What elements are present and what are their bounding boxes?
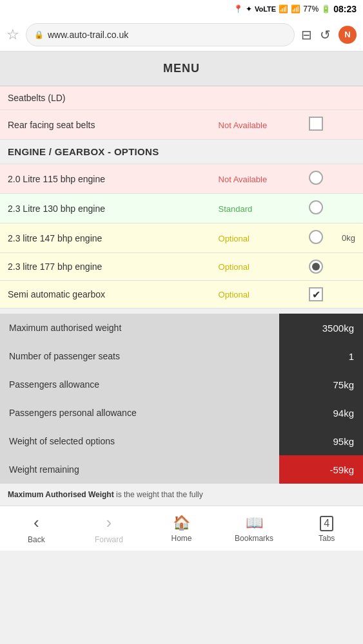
- row-status: [211, 86, 301, 110]
- summary-label: Number of passenger seats: [0, 342, 279, 370]
- status-badge: Standard: [219, 204, 253, 214]
- footnote-bold: Maximum Authorised Weight: [8, 490, 114, 499]
- row-control[interactable]: [301, 194, 331, 223]
- row-control[interactable]: [301, 110, 331, 140]
- options-table: Seatbelts (LD) Rear facing seat belts No…: [0, 86, 363, 308]
- row-label: Semi automatic gearbox: [0, 281, 211, 308]
- status-icons: 📍 ✦ VoLTE 📶 📶 77% 🔋 08:23: [233, 4, 357, 14]
- checkbox[interactable]: [309, 117, 323, 131]
- summary-label: Maximum authorised weight: [0, 314, 279, 342]
- nav-tabs[interactable]: 4 Tabs: [290, 514, 363, 543]
- forward-icon: ›: [106, 513, 112, 533]
- lock-icon: 🔒: [34, 30, 44, 39]
- status-badge: Optional: [219, 290, 250, 299]
- footnote: Maximum Authorised Weight is the weight …: [0, 484, 363, 506]
- status-badge: Optional: [219, 234, 250, 243]
- summary-row: Maximum authorised weight 3500kg: [0, 314, 363, 342]
- nav-home-label: Home: [171, 534, 191, 543]
- url-bar[interactable]: 🔒 www.auto-trail.co.uk: [26, 23, 295, 46]
- table-row: Rear facing seat belts Not Available: [0, 110, 363, 140]
- table-row: 2.3 litre 177 bhp engine Optional: [0, 253, 363, 281]
- row-weight: [331, 253, 363, 281]
- url-text: www.auto-trail.co.uk: [48, 30, 128, 40]
- status-badge: Not Available: [219, 120, 268, 130]
- nav-bookmarks-label: Bookmarks: [235, 534, 273, 543]
- summary-table: Maximum authorised weight 3500kg Number …: [0, 314, 363, 484]
- table-row: Seatbelts (LD): [0, 86, 363, 110]
- row-status: Optional: [211, 281, 301, 308]
- summary-row: Weight of selected options 95kg: [0, 427, 363, 455]
- nav-forward[interactable]: › Forward: [73, 513, 146, 544]
- row-control[interactable]: ✔: [301, 281, 331, 308]
- bookmarks-icon: 📖: [246, 515, 263, 531]
- wifi-icon: 📶: [279, 5, 288, 14]
- clock: 08:23: [333, 4, 357, 14]
- row-control[interactable]: [301, 253, 331, 281]
- checkbox-checked[interactable]: ✔: [309, 287, 323, 301]
- table-row: 2.0 Litre 115 bhp engine Not Available: [0, 164, 363, 194]
- nav-tabs-label: Tabs: [319, 534, 335, 543]
- radio-button[interactable]: [309, 230, 323, 244]
- summary-value: 3500kg: [279, 314, 363, 342]
- table-row: 2.3 Litre 130 bhp engine Standard: [0, 194, 363, 223]
- summary-row: Passengers personal allowance 94kg: [0, 399, 363, 427]
- battery-icon: 🔋: [321, 5, 331, 14]
- radio-button[interactable]: [309, 200, 323, 214]
- nav-back[interactable]: ‹ Back: [0, 513, 73, 544]
- nav-forward-label: Forward: [95, 535, 123, 544]
- summary-label: Passengers allowance: [0, 370, 279, 399]
- row-control[interactable]: [301, 164, 331, 194]
- summary-row: Passengers allowance 75kg: [0, 370, 363, 399]
- home-icon: 🏠: [173, 515, 190, 531]
- row-status: Optional: [211, 223, 301, 253]
- location-icon: 📍: [233, 5, 243, 14]
- bottom-nav: ‹ Back › Forward 🏠 Home 📖 Bookmarks 4 Ta…: [0, 506, 363, 551]
- section-header-row: ENGINE / GEARBOX - OPTIONS: [0, 140, 363, 164]
- summary-label: Weight remaining: [0, 455, 279, 484]
- nav-home[interactable]: 🏠 Home: [145, 515, 218, 543]
- signal-icon: 📶: [291, 5, 300, 14]
- row-weight: [331, 110, 363, 140]
- summary-label: Weight of selected options: [0, 427, 279, 455]
- bluetooth-icon: ✦: [246, 5, 252, 14]
- row-label: 2.3 Litre 130 bhp engine: [0, 194, 211, 223]
- footnote-rest: is the weight that the fully: [116, 490, 203, 499]
- status-bar: 📍 ✦ VoLTE 📶 📶 77% 🔋 08:23: [0, 0, 363, 18]
- summary-row: Number of passenger seats 1: [0, 342, 363, 370]
- row-weight: [331, 86, 363, 110]
- row-label: 2.3 litre 177 bhp engine: [0, 253, 211, 281]
- nav-back-label: Back: [28, 535, 45, 544]
- table-row: 2.3 litre 147 bhp engine Optional 0kg: [0, 223, 363, 253]
- row-label: 2.0 Litre 115 bhp engine: [0, 164, 211, 194]
- row-weight: [331, 281, 363, 308]
- radio-button-selected[interactable]: [309, 260, 323, 274]
- status-badge: Optional: [219, 262, 250, 272]
- row-weight: [331, 164, 363, 194]
- browser-bar: ☆ 🔒 www.auto-trail.co.uk ⊟ ↺ N: [0, 18, 363, 52]
- row-status: Not Available: [211, 164, 301, 194]
- row-status: Optional: [211, 253, 301, 281]
- refresh-icon[interactable]: ↺: [320, 27, 331, 43]
- summary-value: -59kg: [279, 455, 363, 484]
- tabs-icon[interactable]: ⊟: [301, 27, 312, 43]
- status-badge: Not Available: [219, 175, 268, 184]
- avatar[interactable]: N: [338, 26, 357, 44]
- row-control[interactable]: [301, 223, 331, 253]
- browser-actions: ⊟ ↺ N: [301, 26, 357, 44]
- row-label: Rear facing seat belts: [0, 110, 211, 140]
- row-label: 2.3 litre 147 bhp engine: [0, 223, 211, 253]
- radio-button[interactable]: [309, 171, 323, 185]
- back-icon: ‹: [34, 513, 39, 533]
- summary-label: Passengers personal allowance: [0, 399, 279, 427]
- volte-icon: VoLTE: [255, 5, 276, 13]
- battery-text: 77%: [303, 5, 319, 14]
- nav-bookmarks[interactable]: 📖 Bookmarks: [218, 515, 291, 543]
- tabs-icon: 4: [320, 514, 333, 531]
- summary-value: 94kg: [279, 399, 363, 427]
- table-row: Semi automatic gearbox Optional ✔: [0, 281, 363, 308]
- favorite-icon[interactable]: ☆: [6, 26, 19, 43]
- section-header-label: ENGINE / GEARBOX - OPTIONS: [0, 140, 363, 164]
- summary-row: Weight remaining -59kg: [0, 455, 363, 484]
- row-status: Standard: [211, 194, 301, 223]
- summary-value: 95kg: [279, 427, 363, 455]
